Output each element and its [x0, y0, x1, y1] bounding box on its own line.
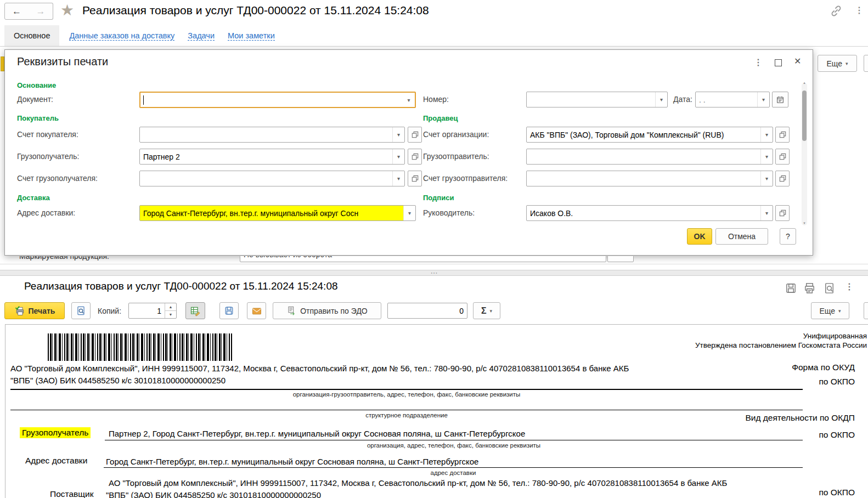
text-cursor	[143, 95, 144, 105]
preview-mode-button[interactable]	[823, 282, 836, 297]
email-button[interactable]	[247, 302, 266, 319]
consignor-account-open-button[interactable]	[775, 171, 790, 186]
dialog-scrollbar[interactable]: ▴ ▾	[802, 83, 807, 225]
chevron-down-icon: ▾	[838, 308, 841, 314]
dropdown-arrow-icon[interactable]: ▾	[392, 171, 404, 186]
save-button[interactable]	[219, 302, 239, 319]
rule-org	[10, 389, 803, 390]
calendar-button[interactable]	[772, 92, 788, 107]
save-file-button[interactable]	[785, 282, 797, 297]
sigma-button[interactable]: Σ ▾	[473, 302, 500, 319]
ok-button[interactable]: OK	[687, 228, 712, 245]
maximize-icon[interactable]	[775, 59, 782, 66]
dropdown-arrow-icon[interactable]: ▾	[757, 92, 769, 107]
top-header: ← → ★ Реализация товаров и услуг ТД00-00…	[0, 0, 868, 24]
print-quick-button[interactable]	[803, 282, 816, 297]
preview-cut-button[interactable]	[864, 302, 868, 319]
envelope-icon	[251, 305, 262, 316]
open-icon	[779, 152, 787, 161]
scroll-up-icon[interactable]: ▴	[802, 81, 807, 85]
nav-forward-button[interactable]: →	[29, 3, 53, 20]
marked-products-button[interactable]	[607, 256, 634, 262]
page-magnifier-icon	[823, 282, 836, 295]
tab-tasks[interactable]: Задачи	[188, 31, 215, 41]
caption-org: организация-грузоотправитель, адрес, тел…	[10, 391, 803, 398]
consignee-account-field[interactable]: ▾	[139, 171, 405, 186]
okud-label: Форма по ОКУД	[792, 363, 855, 372]
tab-main[interactable]: Основное	[4, 25, 59, 46]
form-cut-button[interactable]	[864, 55, 868, 72]
unified-form-line1: Унифицированная	[803, 332, 867, 340]
dropdown-arrow-icon[interactable]: ▾	[392, 127, 404, 142]
link-icon[interactable]	[830, 4, 843, 20]
dropdown-arrow-icon[interactable]: ▾	[392, 149, 404, 164]
favorite-star-icon[interactable]: ★	[60, 1, 74, 19]
dropdown-arrow-icon[interactable]: ▾	[760, 127, 773, 142]
form-more-button[interactable]: Еще ▾	[818, 55, 857, 72]
tab-my-notes[interactable]: Мои заметки	[228, 31, 275, 41]
number-field[interactable]: ▾	[526, 92, 668, 107]
delivery-doc-label: Адрес доставки	[25, 456, 87, 466]
total-field[interactable]: 0	[387, 303, 467, 319]
preview-button[interactable]	[71, 302, 91, 319]
help-button[interactable]: ?	[780, 228, 796, 245]
rule-delivery	[104, 467, 803, 468]
dialog-kebab-icon[interactable]: ⋮	[754, 57, 763, 67]
chevron-down-icon: ▾	[846, 61, 848, 66]
section-seller: Продавец	[423, 114, 458, 122]
pane-divider-line	[0, 264, 868, 264]
org-account-open-button[interactable]	[775, 127, 790, 143]
dropdown-arrow-icon[interactable]: ▾	[403, 206, 415, 220]
marked-products-field[interactable]: Не выбывает из оборота	[240, 256, 606, 262]
dropdown-arrow-icon[interactable]: ▾	[760, 171, 773, 186]
document-field[interactable]: ▾	[139, 92, 416, 108]
dropdown-arrow-icon[interactable]: ▾	[655, 92, 667, 107]
splitter-bar[interactable]: ⋯	[0, 270, 868, 276]
buyer-account-label: Счет покупателя:	[17, 130, 78, 139]
org-account-field[interactable]: АКБ "ВПБ" (ЗАО), Торговый дом "Комплексн…	[526, 127, 773, 143]
consignor-label: Грузоотправитель:	[423, 152, 489, 161]
preview-title: Реализация товаров и услуг ТД00-000022 о…	[24, 280, 338, 292]
edo-document-icon	[286, 305, 297, 316]
barcode-image	[48, 333, 232, 361]
caption-delivery: адрес доставки	[104, 469, 803, 476]
underlying-yellow-button-edge	[1, 56, 4, 71]
dropdown-arrow-icon[interactable]: ▾	[760, 206, 773, 220]
spinner-down-icon[interactable]: ▼	[165, 311, 176, 318]
page-magnifier-icon	[76, 305, 86, 316]
consignee-account-open-button[interactable]	[408, 171, 422, 186]
scrollbar-thumb[interactable]	[802, 90, 807, 141]
close-icon[interactable]: ✕	[794, 56, 801, 66]
consignee-open-button[interactable]	[408, 149, 422, 165]
table-edit-icon	[190, 305, 201, 316]
preview-kebab-icon[interactable]: ⋮	[845, 281, 854, 292]
cancel-button[interactable]: Отмена	[715, 228, 768, 245]
caption-org2: организация, адрес, телефон, факс, банко…	[105, 442, 803, 449]
buyer-account-field[interactable]: ▾	[139, 127, 405, 143]
dropdown-arrow-icon[interactable]: ▾	[403, 93, 415, 107]
tab-delivery-orders[interactable]: Данные заказов на доставку	[69, 31, 174, 41]
dropdown-arrow-icon[interactable]: ▾	[760, 149, 773, 164]
table-settings-button[interactable]	[185, 302, 205, 319]
consignor-account-field[interactable]: ▾	[526, 171, 773, 186]
delivery-address-field[interactable]: Город Санкт-Петербург, вн.тер.г. муницип…	[139, 205, 416, 221]
preview-more-button[interactable]: Еще ▾	[811, 302, 849, 319]
date-field[interactable]: . . ▾	[695, 92, 770, 107]
consignor-field[interactable]: ▾	[526, 149, 773, 165]
consignee-account-label: Счет грузополучателя:	[17, 174, 98, 183]
spinner-up-icon[interactable]: ▲	[165, 303, 176, 311]
splitter-handle-icon[interactable]: ⋯	[431, 271, 438, 275]
copies-stepper[interactable]: 1 ▲ ▼	[128, 303, 177, 319]
head-field[interactable]: Исаков О.В. ▾	[526, 205, 773, 221]
print-button[interactable]: Печать	[4, 302, 65, 319]
header-kebab-icon[interactable]: ⋮	[855, 5, 864, 15]
buyer-account-open-button[interactable]	[408, 127, 422, 143]
send-edo-button[interactable]: Отправить по ЭДО	[273, 302, 381, 319]
head-open-button[interactable]	[775, 205, 790, 221]
calendar-icon	[776, 95, 785, 104]
consignee-field[interactable]: Партнер 2 ▾	[139, 149, 405, 165]
scroll-down-icon[interactable]: ▾	[802, 221, 807, 225]
document-label: Документ:	[17, 95, 53, 104]
consignor-open-button[interactable]	[775, 149, 790, 165]
nav-back-button[interactable]: ←	[4, 3, 29, 20]
